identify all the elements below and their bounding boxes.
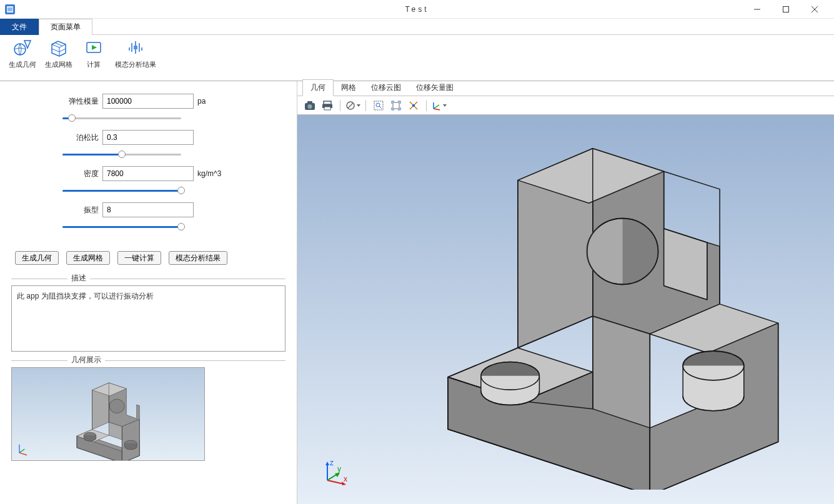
preview-axis-gizmo [16, 442, 31, 457]
zoom-box-icon[interactable] [371, 98, 386, 113]
tab-geometry[interactable]: 几何 [302, 79, 334, 96]
compute-button[interactable]: 一键计算 [117, 251, 161, 265]
svg-rect-1 [783, 6, 789, 12]
3d-viewport[interactable]: z x y [297, 115, 834, 504]
svg-marker-49 [325, 462, 329, 465]
page-menu-tab[interactable]: 页面菜单 [39, 19, 92, 35]
ribbon: 生成几何 生成网格 计算 模态分析结果 [0, 35, 834, 81]
viewer-panel: 几何 网格 位移云图 位移矢量图 [297, 81, 834, 504]
tab-disp-contour[interactable]: 位移云图 [364, 80, 409, 96]
svg-text:y: y [337, 465, 341, 473]
ribbon-modal-result[interactable]: 模态分析结果 [115, 37, 156, 69]
ribbon-modal-result-label: 模态分析结果 [115, 60, 156, 69]
svg-marker-40 [593, 316, 650, 428]
screenshot-icon[interactable] [302, 98, 317, 113]
preview-model [68, 374, 156, 461]
close-button[interactable] [800, 0, 829, 19]
titlebar: Test [0, 0, 834, 19]
parameter-panel: 弹性模量 pa 泊松比 密度 kg/m^3 [0, 81, 297, 504]
gen-mesh-button[interactable]: 生成网格 [66, 251, 110, 265]
ribbon-gen-mesh-label: 生成网格 [45, 60, 72, 69]
no-selection-icon[interactable] [345, 98, 360, 113]
print-icon[interactable] [320, 98, 335, 113]
axis-gizmo: z x y [322, 460, 347, 485]
svg-point-2 [14, 44, 26, 55]
svg-rect-28 [393, 102, 399, 109]
elastic-modulus-unit: pa [197, 97, 206, 106]
ribbon-gen-geom[interactable]: 生成几何 [9, 37, 36, 69]
zoom-extents-icon[interactable] [389, 98, 404, 113]
model-3d [410, 127, 791, 490]
density-label: 密度 [61, 169, 99, 179]
description-fieldset: 描述 此 app 为阻挡块支撑，可以进行振动分析 [11, 279, 285, 352]
mode-shape-label: 振型 [61, 205, 99, 215]
modal-result-button[interactable]: 模态分析结果 [169, 251, 227, 265]
play-icon [84, 37, 104, 57]
elastic-modulus-slider[interactable] [62, 112, 181, 124]
axis-triad-icon[interactable] [432, 98, 447, 113]
app-icon [5, 4, 15, 14]
ribbon-compute-label: 计算 [87, 60, 101, 69]
ribbon-compute[interactable]: 计算 [81, 37, 106, 69]
density-slider[interactable] [62, 185, 181, 196]
mode-shape-slider[interactable] [62, 221, 181, 232]
svg-rect-20 [307, 101, 312, 104]
poisson-ratio-label: 泊松比 [61, 132, 99, 143]
tab-disp-vector[interactable]: 位移矢量图 [409, 80, 461, 96]
mode-shape-input[interactable] [102, 202, 194, 217]
ribbon-tabs: 文件 页面菜单 [0, 19, 834, 35]
mesh-cube-icon [49, 37, 69, 57]
viewer-tabs: 几何 网格 位移云图 位移矢量图 [297, 81, 834, 96]
poisson-ratio-slider[interactable] [62, 149, 181, 160]
geom-preview-legend: 几何展示 [67, 355, 105, 365]
ribbon-gen-geom-label: 生成几何 [9, 60, 36, 69]
density-input[interactable] [102, 166, 194, 181]
modal-wave-icon [126, 37, 146, 57]
elastic-modulus-label: 弹性模量 [61, 96, 99, 107]
svg-point-21 [308, 104, 312, 109]
density-unit: kg/m^3 [197, 169, 221, 178]
description-legend: 描述 [67, 273, 90, 284]
gen-geom-button[interactable]: 生成几何 [15, 251, 59, 265]
geom-preview-viewport[interactable] [11, 367, 205, 461]
minimize-button[interactable] [743, 0, 772, 19]
tab-mesh[interactable]: 网格 [334, 80, 364, 96]
ribbon-gen-mesh[interactable]: 生成网格 [45, 37, 72, 69]
description-text: 此 app 为阻挡块支撑，可以进行振动分析 [11, 285, 285, 352]
file-tab[interactable]: 文件 [0, 19, 39, 35]
svg-text:x: x [344, 475, 347, 483]
svg-rect-24 [324, 107, 330, 110]
geom-preview-fieldset: 几何展示 [11, 360, 285, 461]
svg-rect-29 [412, 104, 415, 107]
zoom-selected-icon[interactable] [406, 98, 421, 113]
svg-rect-22 [324, 101, 331, 104]
svg-text:z: z [330, 460, 334, 467]
viewer-toolbar [297, 96, 834, 115]
maximize-button[interactable] [772, 0, 800, 19]
elastic-modulus-input[interactable] [102, 94, 194, 109]
poisson-ratio-input[interactable] [102, 130, 194, 145]
window-title: Test [405, 5, 429, 14]
sphere-cone-icon [12, 37, 32, 57]
